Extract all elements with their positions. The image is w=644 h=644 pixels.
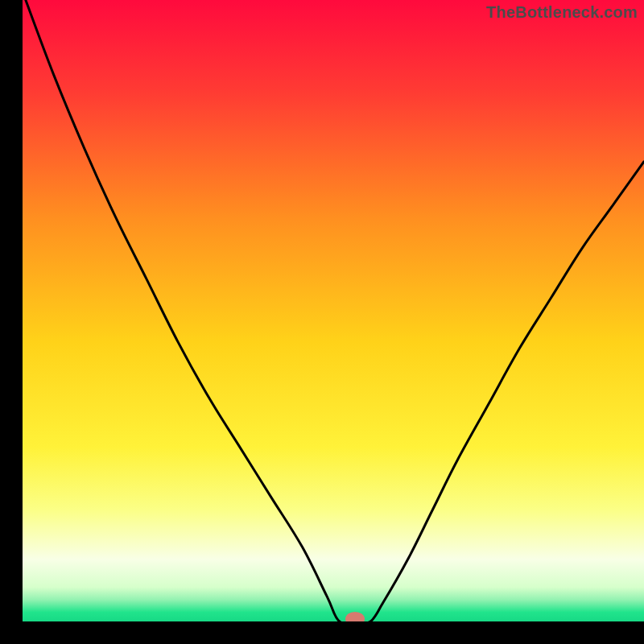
bottleneck-chart (23, 0, 644, 621)
attribution-label: TheBottleneck.com (486, 3, 638, 22)
gradient-background (23, 0, 644, 621)
